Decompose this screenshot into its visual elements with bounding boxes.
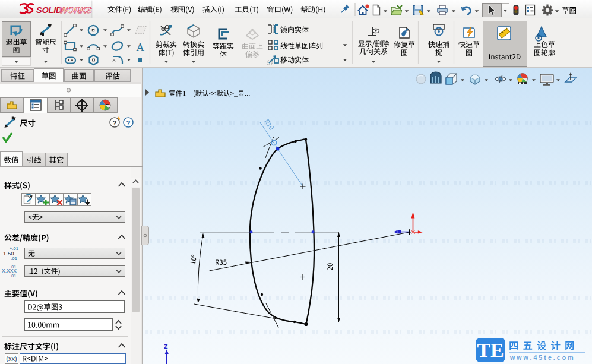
svg-text:.01: .01 — [10, 264, 16, 270]
svg-text:WORKS: WORKS — [59, 5, 92, 15]
svg-text:(xx): (xx) — [6, 355, 17, 362]
svg-text:SOLID: SOLID — [36, 5, 62, 15]
svg-text:.01: .01 — [10, 273, 16, 278]
svg-text:-.01: -.01 — [10, 256, 17, 261]
svg-text:?: ? — [112, 119, 116, 126]
svg-text:Z: Z — [164, 343, 168, 350]
svg-text:A: A — [136, 41, 144, 53]
svg-text:TE: TE — [477, 339, 504, 361]
svg-text:www.45te.com: www.45te.com — [509, 354, 575, 361]
svg-text:?: ? — [126, 119, 130, 126]
svg-text:+.01: +.01 — [10, 246, 18, 251]
